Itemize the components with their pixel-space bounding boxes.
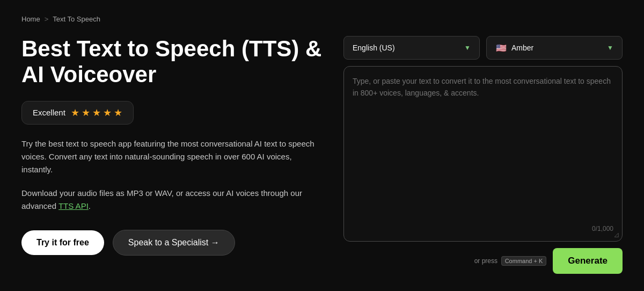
language-dropdown-arrow: ▼: [464, 44, 471, 52]
resize-handle: ⊿: [613, 230, 620, 239]
star-rating: ★ ★ ★ ★ ★: [71, 107, 122, 119]
voice-inner: 🇺🇸 Amber: [495, 42, 533, 54]
keyboard-hint: or press Command + K: [474, 257, 547, 265]
star-1: ★: [71, 107, 79, 119]
keyboard-shortcut: Command + K: [501, 256, 547, 266]
keyboard-hint-prefix: or press: [474, 257, 497, 265]
text-input[interactable]: [353, 75, 613, 221]
try-free-button[interactable]: Try it for free: [21, 230, 104, 255]
right-column: English (US) ▼ 🇺🇸 Amber ▼ 0/1,000 ⊿: [343, 36, 623, 274]
star-5: ★: [114, 107, 122, 119]
voice-dropdown[interactable]: 🇺🇸 Amber ▼: [486, 36, 623, 60]
breadcrumb: Home > Text To Speech: [21, 15, 623, 23]
voice-dropdown-arrow: ▼: [607, 44, 613, 52]
breadcrumb-separator: >: [45, 15, 49, 23]
rating-label: Excellent: [33, 108, 65, 117]
left-column: Best Text to Speech (TTS) & AI Voiceover…: [21, 36, 322, 274]
page-title: Best Text to Speech (TTS) & AI Voiceover: [21, 36, 322, 88]
textarea-wrapper: 0/1,000 ⊿: [343, 66, 623, 242]
tts-api-link[interactable]: TTS API: [58, 201, 89, 210]
generate-row: or press Command + K Generate: [343, 248, 623, 274]
star-3: ★: [92, 107, 101, 119]
char-count: 0/1,000: [353, 225, 613, 232]
description-suffix: .: [89, 201, 91, 210]
speak-specialist-button[interactable]: Speak to a Specialist →: [113, 230, 235, 256]
rating-badge: Excellent ★ ★ ★ ★ ★: [21, 101, 134, 125]
generate-button[interactable]: Generate: [553, 248, 623, 274]
description-link-text: Download your audio files as MP3 or WAV,…: [21, 187, 322, 213]
dropdowns-row: English (US) ▼ 🇺🇸 Amber ▼: [343, 36, 623, 60]
cta-buttons: Try it for free Speak to a Specialist →: [21, 230, 322, 256]
description-text: Try the best text to speech app featurin…: [21, 137, 322, 176]
voice-flag: 🇺🇸: [495, 42, 507, 54]
voice-dropdown-label: Amber: [511, 43, 533, 52]
breadcrumb-home[interactable]: Home: [21, 15, 40, 23]
language-dropdown-label: English (US): [353, 43, 395, 52]
breadcrumb-current: Text To Speech: [53, 15, 100, 23]
star-2: ★: [82, 107, 90, 119]
language-dropdown[interactable]: English (US) ▼: [343, 36, 480, 60]
main-content: Best Text to Speech (TTS) & AI Voiceover…: [21, 36, 623, 274]
star-4: ★: [103, 107, 112, 119]
